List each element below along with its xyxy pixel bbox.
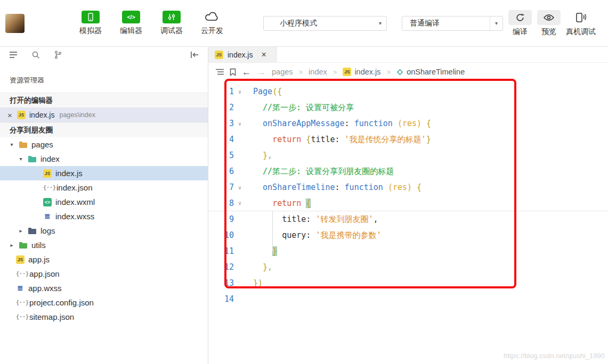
- preview-label: 预览: [541, 27, 556, 37]
- simulator-button[interactable]: 模拟器: [70, 11, 111, 36]
- line-number: 4: [208, 135, 234, 144]
- remote-debug-button[interactable]: 真机调试: [566, 10, 596, 37]
- fold-chevron-icon[interactable]: ∨: [234, 185, 246, 191]
- tree-item-app.wxss[interactable]: ≣app.wxss: [0, 281, 208, 295]
- project-header[interactable]: 分享到朋友圈: [0, 122, 208, 137]
- preview-icon: [537, 10, 561, 25]
- compile-icon: [508, 10, 532, 25]
- tree-item-label: utils: [31, 241, 46, 250]
- line-number: 5: [208, 151, 234, 160]
- git-branch-icon[interactable]: [53, 50, 63, 60]
- code-line-6[interactable]: 6 //第二步: 设置分享到朋友圈的标题: [208, 163, 608, 179]
- preview-button[interactable]: 预览: [537, 10, 561, 37]
- code-line-11[interactable]: 11 }: [208, 243, 608, 259]
- chevron-right-icon[interactable]: ▸: [18, 228, 24, 234]
- debugger-button[interactable]: 调试器: [151, 11, 192, 36]
- chevron-down-icon[interactable]: ▾: [9, 142, 15, 147]
- tab-index-js[interactable]: JS index.js ×: [208, 47, 277, 62]
- tree-item-index.js[interactable]: JSindex.js: [0, 166, 208, 180]
- compile-mode-value: 普通编译: [410, 19, 440, 28]
- code-text: return {: [246, 198, 311, 208]
- toolbar-nav-group: 模拟器 </> 编辑器 调试器 云开发: [70, 11, 232, 36]
- code-line-14[interactable]: 14: [208, 291, 608, 307]
- json-file-icon: {··}: [16, 271, 26, 277]
- open-editor-item-index-js[interactable]: × JS index.js pages\index: [0, 107, 208, 122]
- code-line-13[interactable]: 13}): [208, 275, 608, 291]
- compile-mode-select[interactable]: 普通编译 ▾: [402, 16, 503, 31]
- breadcrumb-index[interactable]: index: [309, 68, 327, 76]
- watermark-text: https://blog.csdn.net/qiushi_1990: [504, 352, 605, 360]
- breadcrumb-symbol[interactable]: onShareTimeline: [396, 68, 465, 76]
- code-line-4[interactable]: 4 return {title: '我是传统分享的标题'}: [208, 131, 608, 147]
- code-line-3[interactable]: 3∨ onShareAppMessage: function (res) {: [208, 115, 608, 131]
- cloud-dev-label: 云开发: [201, 26, 223, 36]
- chevron-right-icon[interactable]: ▸: [9, 242, 15, 248]
- code-line-2[interactable]: 2 //第一步: 设置可被分享: [208, 100, 608, 115]
- code-line-10[interactable]: 10 query: '我是携带的参数': [208, 227, 608, 243]
- line-number: 1: [208, 87, 234, 96]
- breadcrumb-separator-icon: [299, 68, 303, 76]
- close-icon[interactable]: ×: [6, 111, 13, 119]
- indent-guide: [272, 211, 273, 251]
- code-line-1[interactable]: 1∨Page({: [208, 84, 608, 100]
- collapse-sidebar-icon[interactable]: [190, 50, 199, 60]
- folder-icon: [28, 227, 37, 235]
- code-text: query: '我是携带的参数': [246, 230, 381, 241]
- wxss-file-icon: ≣: [16, 284, 25, 292]
- bookmark-icon[interactable]: [230, 68, 236, 76]
- line-number: 11: [208, 246, 234, 256]
- sidebar-toolbar: [0, 47, 208, 63]
- open-editors-header[interactable]: 打开的编辑器: [0, 93, 208, 107]
- tree-item-label: project.config.json: [29, 298, 94, 307]
- simulator-label: 模拟器: [79, 26, 102, 36]
- outline-icon[interactable]: [216, 69, 224, 75]
- breadcrumb-pages[interactable]: pages: [272, 68, 293, 76]
- wxss-file-icon: ≣: [43, 212, 52, 220]
- line-number: 12: [208, 262, 234, 272]
- tree-item-logs[interactable]: ▸logs: [0, 224, 208, 238]
- tree-item-label: index.wxss: [55, 212, 94, 221]
- tree-item-index.wxss[interactable]: ≣index.wxss: [0, 209, 208, 224]
- tree-item-pages[interactable]: ▾pages: [0, 137, 208, 152]
- breadcrumb-file[interactable]: JS index.js: [343, 68, 380, 76]
- code-line-7[interactable]: 7∨ onShareTimeline: function (res) {: [208, 179, 608, 195]
- line-number: 7: [208, 183, 234, 192]
- main-area: 资源管理器 打开的编辑器 × JS index.js pages\index 分…: [0, 47, 608, 364]
- tree-item-utils[interactable]: ▸utils: [0, 238, 208, 252]
- code-line-9[interactable]: 9 title: '转发到朋友圈',: [208, 211, 608, 227]
- code-text: }): [246, 278, 263, 288]
- code-editor[interactable]: 1∨Page({2 //第一步: 设置可被分享3∨ onShareAppMess…: [208, 81, 608, 307]
- tree-item-app.js[interactable]: JSapp.js: [0, 252, 208, 267]
- tree-item-app.json[interactable]: {··}app.json: [0, 267, 208, 281]
- fold-chevron-icon[interactable]: ∨: [234, 121, 246, 127]
- search-icon[interactable]: [31, 50, 40, 60]
- tree-item-index[interactable]: ▾index: [0, 152, 208, 166]
- tree-item-project.config.json[interactable]: {··}project.config.json: [0, 295, 208, 310]
- nav-forward-icon[interactable]: →: [257, 68, 266, 77]
- fold-chevron-icon[interactable]: ∨: [234, 200, 246, 206]
- tab-label: index.js: [228, 51, 253, 59]
- js-file-icon: JS: [343, 68, 351, 76]
- tree-item-index.wxml[interactable]: <>index.wxml: [0, 195, 208, 209]
- file-list-icon[interactable]: [9, 50, 18, 60]
- tree-item-sitemap.json[interactable]: {··}sitemap.json: [0, 310, 208, 324]
- nav-back-icon[interactable]: ←: [242, 68, 251, 77]
- phone-debug-icon: [568, 10, 594, 25]
- open-editor-file-name: index.js: [29, 111, 54, 119]
- chevron-down-icon: ▾: [374, 16, 386, 30]
- tree-item-index.json[interactable]: {··}index.json: [0, 180, 208, 195]
- cloud-dev-button[interactable]: 云开发: [192, 11, 232, 36]
- code-line-5[interactable]: 5 },: [208, 147, 608, 163]
- tree-item-label: logs: [40, 226, 55, 235]
- code-text: onShareAppMessage: function (res) {: [246, 119, 431, 128]
- mode-select[interactable]: 小程序模式 ▾: [263, 16, 387, 31]
- editor-button[interactable]: </> 编辑器: [111, 11, 151, 36]
- mode-select-value: 小程序模式: [280, 19, 317, 28]
- code-line-8[interactable]: 8∨ return {: [208, 195, 608, 211]
- fold-chevron-icon[interactable]: ∨: [234, 89, 246, 95]
- user-avatar[interactable]: [5, 14, 25, 33]
- close-icon[interactable]: ×: [261, 51, 266, 59]
- chevron-down-icon[interactable]: ▾: [18, 156, 24, 162]
- code-line-12[interactable]: 12 },: [208, 259, 608, 275]
- compile-button[interactable]: 编译: [508, 10, 532, 37]
